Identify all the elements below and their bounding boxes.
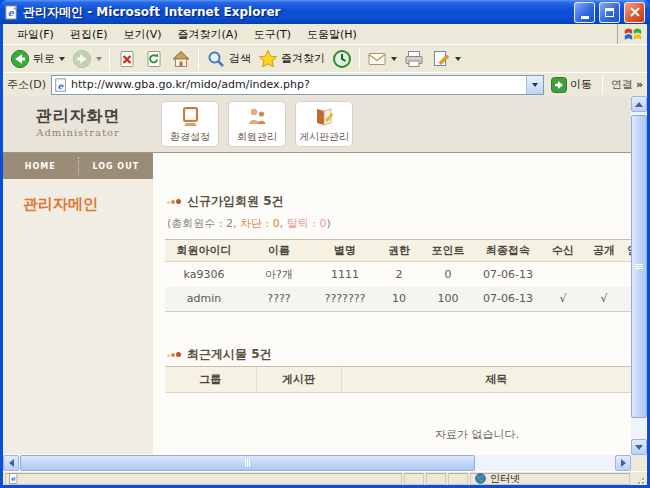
col-level: 권한 — [375, 240, 423, 262]
members-table-header-row: 회원아이디 이름 별명 권한 포인트 최종접속 수신 공개 인 — [165, 240, 631, 262]
col-name: 이름 — [243, 240, 315, 262]
member-id[interactable]: admin — [165, 287, 243, 312]
toolbar-separator — [198, 48, 199, 70]
table-row[interactable]: admin ???? ??????? 10 100 07-06-13 √ √ — [165, 287, 631, 312]
member-receive — [543, 262, 583, 287]
status-cell — [426, 473, 446, 485]
sidebar-item-admin-main[interactable]: 관리자메인 — [23, 195, 153, 214]
member-level: 10 — [375, 287, 423, 312]
edit-dropdown-icon[interactable] — [455, 57, 461, 61]
forward-button[interactable] — [69, 47, 105, 71]
arrow-down-icon — [635, 445, 643, 450]
url-page-icon: e — [54, 78, 68, 92]
members-section-title: 신규가입회원 5건 — [167, 193, 631, 210]
internet-globe-icon — [475, 473, 486, 484]
section-bullet-icon — [167, 352, 181, 357]
settings-button[interactable]: 환경설정 — [161, 101, 219, 147]
resize-grip[interactable] — [632, 473, 645, 485]
favorites-star-icon — [258, 49, 278, 69]
settings-monitor-icon — [178, 105, 202, 129]
edit-button[interactable] — [428, 47, 464, 71]
vertical-scroll-thumb[interactable] — [631, 115, 647, 418]
stop-icon — [117, 49, 137, 69]
vertical-scrollbar[interactable] — [631, 96, 647, 455]
refresh-button[interactable] — [141, 47, 167, 71]
links-overflow-chevron[interactable]: » — [636, 78, 643, 91]
url-text[interactable]: http://www.gba.go.kr/mido/adm/index.php? — [71, 78, 523, 91]
scroll-up-button[interactable] — [631, 96, 647, 112]
page-subtitle: Administrator — [3, 127, 153, 138]
members-section-title-text: 신규가입회원 5건 — [187, 193, 284, 210]
member-last-access: 07-06-13 — [473, 262, 543, 287]
home-button[interactable] — [168, 47, 194, 71]
col-points: 포인트 — [423, 240, 473, 262]
scroll-down-button[interactable] — [631, 439, 647, 455]
logout-link[interactable]: LOG OUT — [79, 162, 154, 171]
col-board: 게시판 — [256, 367, 341, 393]
mail-button[interactable] — [364, 47, 400, 71]
page-content-clip: 관리자화면 Administrator 환경설정 — [3, 96, 631, 455]
posts-section-title-text: 최근게시물 5건 — [187, 346, 272, 363]
stop-button[interactable] — [114, 47, 140, 71]
forward-dropdown-icon[interactable] — [96, 57, 102, 61]
maximize-button[interactable] — [599, 2, 620, 23]
ie-page-icon: e — [4, 5, 19, 20]
back-button[interactable]: 뒤로 — [7, 47, 68, 71]
status-main-panel: e — [5, 473, 402, 485]
scroll-right-button[interactable] — [615, 455, 631, 471]
close-button[interactable] — [624, 2, 645, 23]
board-button[interactable]: 게시판관리 — [295, 101, 353, 147]
status-cell — [404, 473, 424, 485]
member-id[interactable]: ka9306 — [165, 262, 243, 287]
address-input[interactable]: e http://www.gba.go.kr/mido/adm/index.ph… — [51, 75, 544, 95]
menu-favorites[interactable]: 즐겨찾기(A) — [170, 25, 246, 44]
horizontal-scrollbar[interactable] — [3, 455, 631, 471]
status-cell — [448, 473, 468, 485]
member-points: 0 — [423, 262, 473, 287]
titlebar[interactable]: e 관리자메인 - Microsoft Internet Explorer — [0, 0, 650, 24]
status-page-icon: e — [8, 473, 19, 484]
mail-dropdown-icon[interactable] — [391, 57, 397, 61]
address-dropdown-button[interactable] — [526, 76, 543, 94]
member-nickname: 1111 — [315, 262, 375, 287]
home-link[interactable]: HOME — [3, 162, 78, 171]
member-last-access: 07-06-13 — [473, 287, 543, 312]
window-title: 관리자메인 - Microsoft Internet Explorer — [23, 4, 570, 21]
header-actions: 환경설정 회원관리 — [153, 96, 353, 152]
addressbar: 주소(D) e http://www.gba.go.kr/mido/adm/in… — [3, 72, 647, 96]
settings-label: 환경설정 — [170, 130, 210, 144]
favorites-button[interactable]: 즐겨찾기 — [255, 47, 328, 71]
history-icon — [332, 49, 352, 69]
member-level: 2 — [375, 262, 423, 287]
summary-blocked[interactable]: 차단 : 0 — [240, 217, 280, 230]
links-button[interactable]: 연결 » — [611, 77, 643, 92]
horizontal-scroll-thumb[interactable] — [20, 455, 475, 471]
menu-file[interactable]: 파일(F) — [9, 25, 62, 44]
addressbar-separator — [602, 76, 603, 94]
minimize-button[interactable] — [574, 2, 595, 23]
favorites-label: 즐겨찾기 — [281, 51, 325, 66]
menu-edit[interactable]: 편집(E) — [62, 25, 116, 44]
print-button[interactable] — [401, 47, 427, 71]
summary-withdrawn[interactable]: 탈퇴 : 0 — [287, 217, 327, 230]
toolbar-separator — [109, 48, 110, 70]
member-name: 아?개 — [243, 262, 315, 287]
members-summary: (총회원수 : 2, 차단 : 0, 탈퇴 : 0) — [167, 216, 631, 231]
back-dropdown-icon[interactable] — [59, 57, 65, 61]
menu-view[interactable]: 보기(V) — [115, 25, 169, 44]
search-button[interactable]: 검색 — [203, 47, 254, 71]
menu-tools[interactable]: 도구(T) — [246, 25, 299, 44]
scroll-left-button[interactable] — [3, 455, 19, 471]
statusbar: e 인터넷 — [3, 471, 647, 485]
refresh-icon — [144, 49, 164, 69]
forward-icon — [72, 49, 92, 69]
table-row[interactable]: ka9306 아?개 1111 2 0 07-06-13 — [165, 262, 631, 287]
back-label: 뒤로 — [33, 51, 55, 66]
menu-help[interactable]: 도움말(H) — [299, 25, 365, 44]
go-button[interactable]: 이동 — [549, 76, 594, 94]
members-button[interactable]: 회원관리 — [228, 101, 286, 147]
page-title: 관리자화면 — [3, 106, 153, 127]
posts-section-title: 최근게시물 5건 — [167, 346, 631, 363]
col-title: 제목 — [341, 367, 631, 393]
history-button[interactable] — [329, 47, 355, 71]
